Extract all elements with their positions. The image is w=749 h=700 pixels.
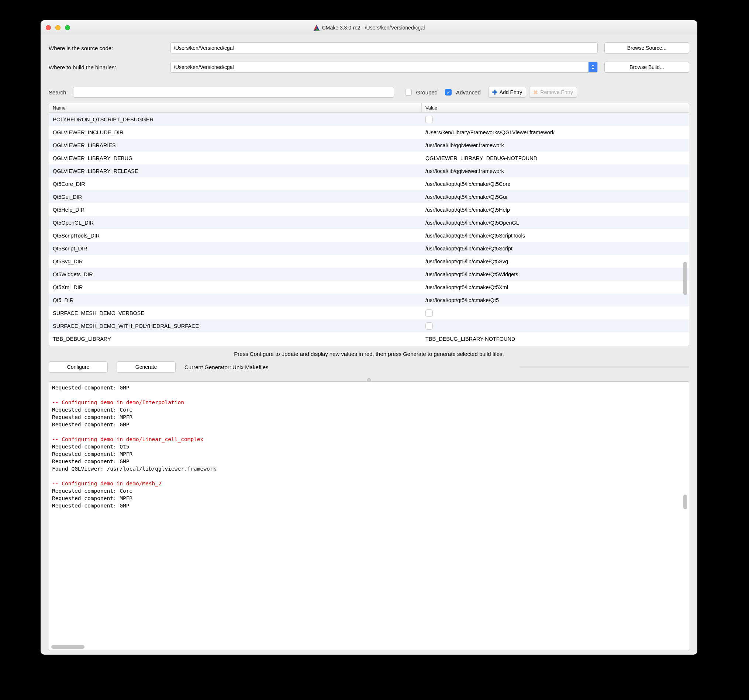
splitter-handle[interactable] <box>41 378 697 381</box>
configure-button[interactable]: Configure <box>49 361 108 372</box>
variable-name: SURFACE_MESH_DEMO_WITH_POLYHEDRAL_SURFAC… <box>49 323 422 329</box>
variable-value[interactable]: /usr/local/lib/qglviewer.framework <box>422 168 689 174</box>
variable-value[interactable]: /usr/local/opt/qt5/lib/cmake/Qt5Svg <box>422 259 689 264</box>
variable-name: TBB_DEBUG_LIBRARY <box>49 336 422 342</box>
table-row[interactable]: TBB_DEBUG_LIBRARYTBB_DEBUG_LIBRARY-NOTFO… <box>49 332 689 345</box>
build-path-combo[interactable] <box>170 62 598 73</box>
window-title: CMake 3.3.0-rc2 - /Users/ken/Versioned/c… <box>322 25 425 31</box>
table-row[interactable]: Qt5Help_DIR/usr/local/opt/qt5/lib/cmake/… <box>49 203 689 216</box>
cmake-logo-icon <box>313 24 320 31</box>
variable-name: QGLVIEWER_LIBRARY_RELEASE <box>49 168 422 174</box>
output-scrollbar-vertical[interactable] <box>683 384 688 642</box>
svg-marker-4 <box>591 68 595 69</box>
variable-value[interactable] <box>422 116 689 123</box>
browse-build-button[interactable]: Browse Build... <box>604 62 689 73</box>
cache-variables-table: Name Value POLYHEDRON_QTSCRIPT_DEBUGGERQ… <box>49 103 689 346</box>
table-row[interactable]: Qt5Script_DIR/usr/local/opt/qt5/lib/cmak… <box>49 242 689 255</box>
current-generator-label: Current Generator: Unix Makefiles <box>185 364 269 370</box>
table-row[interactable]: Qt5Core_DIR/usr/local/opt/qt5/lib/cmake/… <box>49 177 689 190</box>
grouped-label: Grouped <box>416 89 437 96</box>
browse-source-button[interactable]: Browse Source... <box>604 43 689 53</box>
generate-button[interactable]: Generate <box>116 361 176 372</box>
close-icon[interactable] <box>46 25 51 30</box>
scrollbar-thumb[interactable] <box>51 645 84 649</box>
variable-value[interactable]: /usr/local/opt/qt5/lib/cmake/Qt5Core <box>422 181 689 187</box>
table-row[interactable]: SURFACE_MESH_DEMO_VERBOSE <box>49 307 689 319</box>
variable-name: Qt5Help_DIR <box>49 207 422 213</box>
svg-rect-6 <box>492 92 497 93</box>
variable-value[interactable]: /usr/local/opt/qt5/lib/cmake/Qt5 <box>422 297 689 303</box>
add-entry-button[interactable]: Add Entry <box>488 87 526 98</box>
checkbox-icon[interactable] <box>425 322 433 330</box>
scrollbar-thumb[interactable] <box>683 262 687 295</box>
grouped-checkbox[interactable] <box>405 89 412 96</box>
remove-entry-button: ✖ Remove Entry <box>529 87 577 98</box>
table-row[interactable]: Qt5OpenGL_DIR/usr/local/opt/qt5/lib/cmak… <box>49 216 689 229</box>
table-row[interactable]: Qt5Xml_DIR/usr/local/opt/qt5/lib/cmake/Q… <box>49 281 689 294</box>
add-entry-label: Add Entry <box>500 89 522 95</box>
build-label: Where to build the binaries: <box>49 64 170 70</box>
column-header-value[interactable]: Value <box>422 103 689 113</box>
zoom-icon[interactable] <box>65 25 70 30</box>
remove-icon: ✖ <box>533 89 538 96</box>
variable-name: QGLVIEWER_LIBRARIES <box>49 142 422 148</box>
plus-icon <box>492 90 497 95</box>
advanced-checkbox[interactable] <box>445 89 452 96</box>
output-log[interactable]: Requested component: GMP -- Configuring … <box>49 381 689 651</box>
table-row[interactable]: POLYHEDRON_QTSCRIPT_DEBUGGER <box>49 113 689 126</box>
table-row[interactable]: Qt5Gui_DIR/usr/local/opt/qt5/lib/cmake/Q… <box>49 190 689 203</box>
variable-name: QGLVIEWER_INCLUDE_DIR <box>49 130 422 135</box>
variable-name: Qt5Script_DIR <box>49 246 422 252</box>
variable-value[interactable]: QGLVIEWER_LIBRARY_DEBUG-NOTFOUND <box>422 155 689 161</box>
variable-value[interactable] <box>422 322 689 330</box>
search-input[interactable] <box>73 87 394 98</box>
svg-marker-3 <box>591 65 595 66</box>
table-row[interactable]: Qt5_DIR/usr/local/opt/qt5/lib/cmake/Qt5 <box>49 294 689 307</box>
variable-name: Qt5Core_DIR <box>49 181 422 187</box>
svg-marker-1 <box>313 24 316 30</box>
scrollbar-thumb[interactable] <box>683 494 687 509</box>
table-scrollbar[interactable] <box>683 114 688 344</box>
variable-name: QGLVIEWER_LIBRARY_DEBUG <box>49 155 422 161</box>
variable-value[interactable]: /usr/local/opt/qt5/lib/cmake/Qt5Gui <box>422 194 689 200</box>
variable-value[interactable]: TBB_DEBUG_LIBRARY-NOTFOUND <box>422 336 689 342</box>
table-row[interactable]: QGLVIEWER_LIBRARY_RELEASE/usr/local/lib/… <box>49 165 689 177</box>
checkbox-icon[interactable] <box>425 310 433 317</box>
source-path-input[interactable] <box>170 43 598 53</box>
variable-name: Qt5Xml_DIR <box>49 284 422 290</box>
column-header-name[interactable]: Name <box>49 103 422 113</box>
variable-value[interactable]: /usr/local/opt/qt5/lib/cmake/Qt5Help <box>422 207 689 213</box>
hint-text: Press Configure to update and display ne… <box>41 346 697 359</box>
variable-name: SURFACE_MESH_DEMO_VERBOSE <box>49 310 422 316</box>
svg-marker-2 <box>315 28 319 30</box>
variable-name: Qt5OpenGL_DIR <box>49 220 422 226</box>
variable-value[interactable]: /usr/local/opt/qt5/lib/cmake/Qt5Script <box>422 246 689 252</box>
variable-name: Qt5Widgets_DIR <box>49 271 422 278</box>
variable-name: Qt5Svg_DIR <box>49 259 422 264</box>
table-row[interactable]: QGLVIEWER_LIBRARIES/usr/local/lib/qglvie… <box>49 139 689 152</box>
table-row[interactable]: Qt5Widgets_DIR/usr/local/opt/qt5/lib/cma… <box>49 268 689 281</box>
titlebar: CMake 3.3.0-rc2 - /Users/ken/Versioned/c… <box>41 20 697 35</box>
variable-value[interactable]: /Users/ken/Library/Frameworks/QGLViewer.… <box>422 130 689 135</box>
variable-value[interactable]: /usr/local/opt/qt5/lib/cmake/Qt5OpenGL <box>422 220 689 226</box>
checkbox-icon[interactable] <box>425 116 433 123</box>
table-row[interactable]: SURFACE_MESH_DEMO_WITH_POLYHEDRAL_SURFAC… <box>49 319 689 332</box>
minimize-icon[interactable] <box>55 25 61 30</box>
variable-value[interactable]: /usr/local/opt/qt5/lib/cmake/Qt5Xml <box>422 284 689 290</box>
progress-bar <box>520 366 689 368</box>
table-row[interactable]: QGLVIEWER_LIBRARY_DEBUGQGLVIEWER_LIBRARY… <box>49 152 689 165</box>
variable-value[interactable]: /usr/local/opt/qt5/lib/cmake/Qt5ScriptTo… <box>422 233 689 239</box>
variable-value[interactable]: /usr/local/opt/qt5/lib/cmake/Qt5Widgets <box>422 271 689 278</box>
build-path-dropdown-icon[interactable] <box>588 62 598 72</box>
remove-entry-label: Remove Entry <box>540 89 573 95</box>
variable-value[interactable] <box>422 310 689 317</box>
variable-value[interactable]: /usr/local/lib/qglviewer.framework <box>422 142 689 148</box>
table-row[interactable]: Qt5ScriptTools_DIR/usr/local/opt/qt5/lib… <box>49 229 689 242</box>
variable-name: POLYHEDRON_QTSCRIPT_DEBUGGER <box>49 117 422 122</box>
variable-name: Qt5_DIR <box>49 297 422 303</box>
advanced-label: Advanced <box>456 89 481 96</box>
table-row[interactable]: Qt5Svg_DIR/usr/local/opt/qt5/lib/cmake/Q… <box>49 255 689 268</box>
table-row[interactable]: QGLVIEWER_INCLUDE_DIR/Users/ken/Library/… <box>49 126 689 139</box>
output-scrollbar-horizontal[interactable] <box>51 644 682 650</box>
svg-marker-0 <box>313 24 319 30</box>
